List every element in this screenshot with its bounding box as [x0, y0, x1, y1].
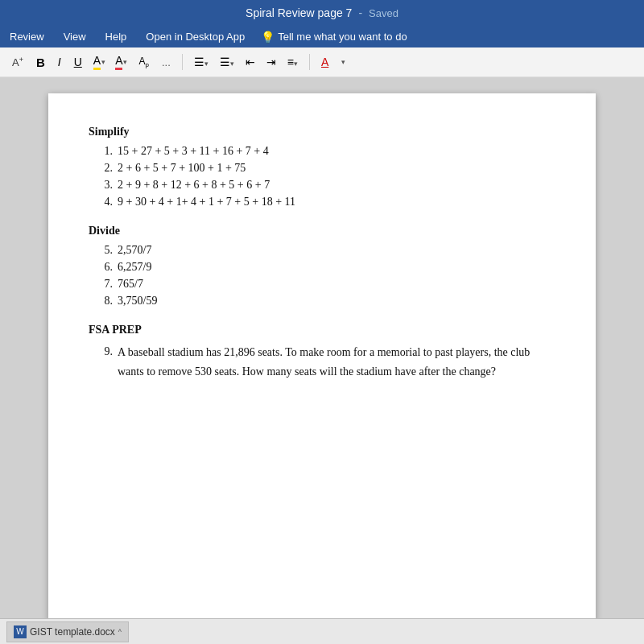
prob-num: 7.: [97, 278, 113, 291]
bullet-chevron-icon: ▾: [204, 60, 208, 68]
fsa-problems: 9. A baseball stadium has 21,896 seats. …: [89, 343, 555, 382]
toolbar-separator-2: [309, 54, 310, 70]
prob-num: 4.: [97, 196, 113, 208]
list-item: 2. 2 + 6 + 5 + 7 + 100 + 1 + 75: [97, 162, 555, 175]
prob-num: 1.: [97, 145, 113, 158]
list-item: 9. A baseball stadium has 21,896 seats. …: [97, 343, 555, 382]
lightbulb-icon: 💡: [261, 31, 275, 43]
title-dash: -: [358, 6, 362, 19]
prob-text: 9 + 30 + 4 + 1+ 4 + 1 + 7 + 5 + 18 + 11: [118, 196, 295, 208]
bullet-list-button[interactable]: ☰▾: [190, 54, 213, 70]
prob-text: A baseball stadium has 21,896 seats. To …: [118, 343, 555, 382]
prob-num: 9.: [97, 343, 113, 361]
divide-heading: Divide: [89, 225, 555, 237]
highlight-chevron-icon: ▾: [101, 58, 105, 66]
list-item: 8. 3,750/59: [97, 295, 555, 308]
divide-problems: 5. 2,570/7 6. 6,257/9 7. 765/7 8. 3,750/…: [89, 244, 555, 308]
numbered-list-button[interactable]: ☰▾: [216, 54, 238, 70]
indent-increase-button[interactable]: ⇥: [262, 54, 280, 70]
highlight-icon: A: [93, 54, 101, 70]
tell-me-section: 💡 Tell me what you want to do: [261, 31, 407, 43]
doc-page: Simplify 1. 15 + 27 + 5 + 3 + 11 + 16 + …: [48, 93, 596, 621]
prob-num: 8.: [97, 295, 113, 308]
text-style-button[interactable]: Ap: [134, 54, 152, 70]
underline-button[interactable]: U: [70, 54, 86, 70]
prob-text: 765/7: [118, 278, 143, 291]
prob-text: 2 + 9 + 8 + 12 + 6 + 8 + 5 + 6 + 7: [118, 179, 270, 192]
list-item: 7. 765/7: [97, 278, 555, 291]
font-color-button[interactable]: A ▾: [113, 52, 130, 72]
menu-view[interactable]: View: [60, 29, 89, 44]
title-bar: Spiral Review page 7 - Saved: [0, 0, 644, 26]
list-item: 3. 2 + 9 + 8 + 12 + 6 + 8 + 5 + 6 + 7: [97, 179, 555, 192]
list-item: 5. 2,570/7: [97, 244, 555, 257]
align-button[interactable]: ≡▾: [283, 54, 302, 70]
menu-help[interactable]: Help: [102, 29, 130, 44]
prob-text: 2 + 6 + 5 + 7 + 100 + 1 + 75: [118, 162, 246, 175]
styles-chevron-icon[interactable]: ▾: [337, 56, 349, 68]
prob-text: 6,257/9: [118, 261, 151, 274]
bold-button[interactable]: B: [32, 54, 49, 71]
prob-num: 6.: [97, 261, 113, 274]
more-options-button[interactable]: ...: [158, 55, 175, 70]
list-item: 4. 9 + 30 + 4 + 1+ 4 + 1 + 7 + 5 + 18 + …: [97, 196, 555, 208]
prob-num: 3.: [97, 179, 113, 192]
list-item: 1. 15 + 27 + 5 + 3 + 11 + 16 + 7 + 4: [97, 145, 555, 158]
tell-me-text[interactable]: Tell me what you want to do: [278, 31, 407, 43]
number-chevron-icon: ▾: [230, 60, 234, 68]
list-item: 6. 6,257/9: [97, 261, 555, 274]
italic-button[interactable]: I: [54, 54, 65, 70]
font-size-button[interactable]: A+: [8, 54, 27, 70]
taskbar: W GIST template.docx ^: [0, 618, 644, 644]
taskbar-file-item[interactable]: W GIST template.docx ^: [6, 621, 129, 642]
prob-num: 5.: [97, 244, 113, 257]
prob-text: 2,570/7: [118, 244, 151, 257]
toolbar: A+ B I U A ▾ A ▾ Ap ... ☰▾ ☰▾ ⇤ ⇥ ≡▾ A ▾: [0, 47, 644, 77]
font-color-chevron-icon: ▾: [123, 58, 127, 66]
menu-review[interactable]: Review: [6, 29, 47, 44]
highlight-color-button[interactable]: A ▾: [91, 52, 108, 72]
prob-num: 2.: [97, 162, 113, 175]
font-color-icon: A: [115, 54, 122, 70]
styles-button[interactable]: A: [317, 54, 332, 70]
align-chevron-icon: ▾: [294, 60, 298, 68]
taskbar-caret-icon: ^: [118, 628, 122, 636]
word-icon: W: [14, 625, 27, 638]
indent-decrease-button[interactable]: ⇤: [242, 54, 259, 70]
saved-status: Saved: [369, 7, 398, 19]
taskbar-file-label: GIST template.docx: [30, 626, 115, 638]
prob-text: 3,750/59: [118, 295, 157, 308]
simplify-problems: 1. 15 + 27 + 5 + 3 + 11 + 16 + 7 + 4 2. …: [89, 145, 555, 208]
list-controls: ☰▾ ☰▾ ⇤ ⇥ ≡▾: [190, 54, 302, 70]
fsa-heading: FSA PREP: [89, 324, 555, 336]
toolbar-separator-1: [182, 54, 183, 70]
simplify-heading: Simplify: [89, 126, 555, 138]
menu-bar: Review View Help Open in Desktop App 💡 T…: [0, 26, 644, 47]
menu-open-desktop[interactable]: Open in Desktop App: [142, 29, 248, 44]
prob-text: 15 + 27 + 5 + 3 + 11 + 16 + 7 + 4: [118, 145, 269, 158]
doc-wrapper: Simplify 1. 15 + 27 + 5 + 3 + 11 + 16 + …: [0, 77, 644, 637]
document-title: Spiral Review page 7: [246, 6, 352, 19]
